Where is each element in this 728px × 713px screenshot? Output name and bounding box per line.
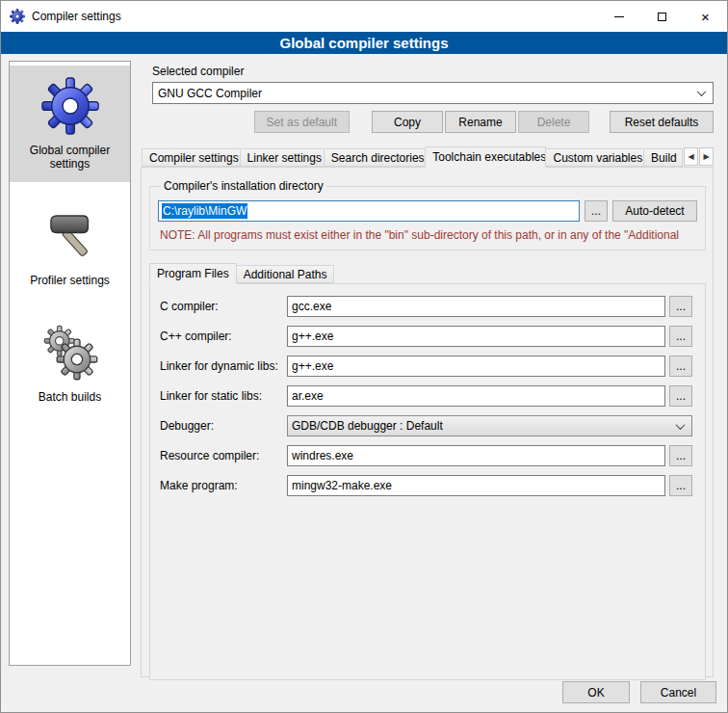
compiler-settings-window: Compiler settings × Global compiler sett… [0,0,728,713]
field-label: Linker for static libs: [160,389,287,403]
field-label: C compiler: [160,300,287,313]
field-row-make-program: Make program: mingw32-make.exe ... [160,475,692,496]
field-label: Make program: [160,479,287,492]
sidebar-item-profiler-settings[interactable]: Profiler settings [10,196,130,299]
sidebar: Global compiler settings Profiler settin… [9,61,131,666]
maximize-button[interactable] [640,1,684,32]
tab-compiler-settings[interactable]: Compiler settings [142,148,241,167]
left-arrow-icon: ◀ [688,152,693,161]
installation-directory-group: Compiler's installation directory C:\ray… [149,179,706,251]
note-text: NOTE: All programs must exist either in … [160,228,697,242]
main-panel: Selected compiler GNU GCC Compiler Set a… [141,61,719,712]
tab-program-files[interactable]: Program Files [149,263,237,284]
tab-additional-paths[interactable]: Additional Paths [236,265,335,283]
ok-button[interactable]: OK [562,681,630,703]
sidebar-item-batch-builds[interactable]: Batch builds [10,312,130,415]
cancel-button[interactable]: Cancel [640,681,716,703]
browse-button[interactable]: ... [669,475,692,496]
app-icon [9,8,26,25]
sidebar-item-label: Batch builds [39,390,101,404]
tab-scroll-right-button[interactable]: ▶ [699,147,714,166]
selected-compiler-dropdown[interactable]: GNU GCC Compiler [152,82,714,104]
debugger-value: GDB/CDB debugger : Default [292,419,443,433]
gray-gears-icon [39,322,101,383]
field-label: C++ compiler: [160,330,287,343]
field-label: Resource compiler: [160,449,287,462]
footer-buttons: OK Cancel [562,681,716,703]
minimize-icon [614,16,624,17]
browse-button[interactable]: ... [669,296,692,317]
c-compiler-input[interactable]: gcc.exe [287,296,665,317]
browse-button[interactable]: ... [669,326,692,347]
rename-button[interactable]: Rename [445,111,516,133]
titlebar: Compiler settings × [1,1,727,32]
program-files-panel: C compiler: gcc.exe ... C++ compiler: g+… [149,283,706,680]
field-row-resource-compiler: Resource compiler: windres.exe ... [160,445,692,466]
sidebar-item-label: Profiler settings [30,274,110,287]
selected-compiler-label: Selected compiler [152,65,714,79]
compiler-button-row: Set as default Copy Rename Delete Reset … [152,111,714,133]
chevron-down-icon [697,87,707,96]
browse-directory-button[interactable]: ... [585,200,608,222]
dialog-body: Global compiler settings Profiler settin… [1,54,727,712]
delete-button: Delete [518,111,589,133]
right-arrow-icon: ▶ [703,152,709,161]
field-row-linker-dynamic: Linker for dynamic libs: g++.exe ... [160,356,692,377]
field-label: Linker for dynamic libs: [160,359,287,373]
blue-gear-icon [39,75,101,137]
field-row-linker-static: Linker for static libs: ar.exe ... [160,385,692,407]
browse-button[interactable]: ... [669,385,692,407]
close-icon: × [701,10,710,24]
set-as-default-button: Set as default [254,111,350,133]
minimize-button[interactable] [597,1,640,32]
tab-scroll-left-button[interactable]: ◀ [684,147,698,166]
field-row-debugger: Debugger: GDB/CDB debugger : Default [160,415,692,436]
field-row-c-compiler: C compiler: gcc.exe ... [160,296,692,317]
linker-dynamic-input[interactable]: g++.exe [287,356,665,377]
tab-toolchain-executables[interactable]: Toolchain executables [425,146,546,168]
copy-button[interactable]: Copy [372,111,443,133]
selected-text: C:\raylib\MinGW [162,203,247,219]
toolchain-executables-panel: Compiler's installation directory C:\ray… [141,167,714,677]
cpp-compiler-input[interactable]: g++.exe [287,326,665,347]
chevron-down-icon [676,420,686,430]
auto-detect-button[interactable]: Auto-detect [612,200,697,222]
debugger-select[interactable]: GDB/CDB debugger : Default [287,415,692,436]
installation-directory-input[interactable]: C:\raylib\MinGW [158,200,580,222]
hammer-icon [39,205,101,267]
resource-compiler-input[interactable]: windres.exe [287,445,665,466]
window-title: Compiler settings [32,10,121,23]
installation-directory-row: C:\raylib\MinGW ... Auto-detect [158,200,697,222]
sub-tab-bar: Program Files Additional Paths [149,263,706,283]
dialog-header: Global compiler settings [1,32,727,54]
field-row-cpp-compiler: C++ compiler: g++.exe ... [160,326,692,347]
selected-compiler-value: GNU GCC Compiler [158,87,262,100]
sidebar-item-global-compiler-settings[interactable]: Global compiler settings [10,66,130,182]
browse-button[interactable]: ... [669,356,692,377]
tab-search-directories[interactable]: Search directories [324,148,426,167]
reset-defaults-button[interactable]: Reset defaults [610,111,714,133]
tab-scroll-buttons: ◀ ▶ [684,147,714,166]
close-button[interactable]: × [684,1,727,32]
installation-directory-title: Compiler's installation directory [161,179,326,193]
window-controls: × [597,1,727,32]
make-program-input[interactable]: mingw32-make.exe [287,475,665,496]
tab-linker-settings[interactable]: Linker settings [240,148,325,167]
tab-custom-variables[interactable]: Custom variables [545,148,644,167]
browse-button[interactable]: ... [669,445,692,466]
tab-bar: Compiler settings Linker settings Search… [142,145,714,167]
linker-static-input[interactable]: ar.exe [287,385,665,407]
tab-build[interactable]: Build [643,148,683,167]
maximize-icon [658,13,666,21]
sidebar-item-label: Global compiler settings [13,144,127,171]
field-label: Debugger: [160,419,287,433]
